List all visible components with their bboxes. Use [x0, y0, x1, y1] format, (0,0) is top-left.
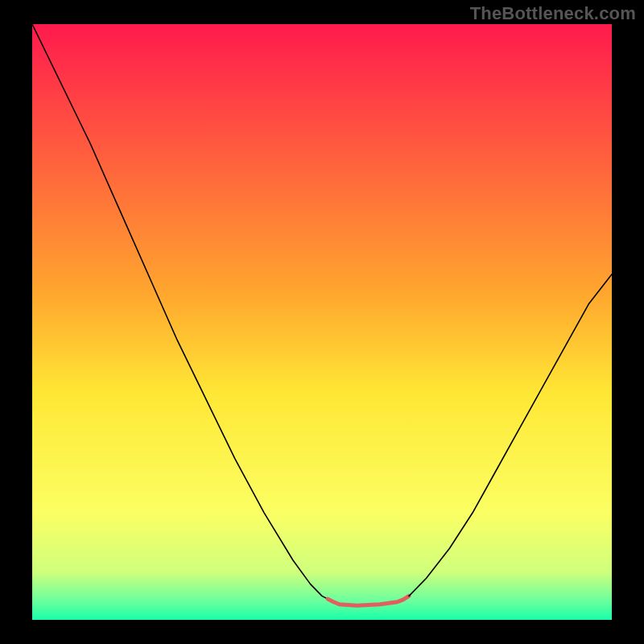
watermark-text: TheBottleneck.com — [470, 3, 636, 24]
chart-frame: TheBottleneck.com — [0, 0, 644, 644]
bottleneck-chart — [32, 24, 612, 620]
gradient-bg — [32, 24, 612, 620]
